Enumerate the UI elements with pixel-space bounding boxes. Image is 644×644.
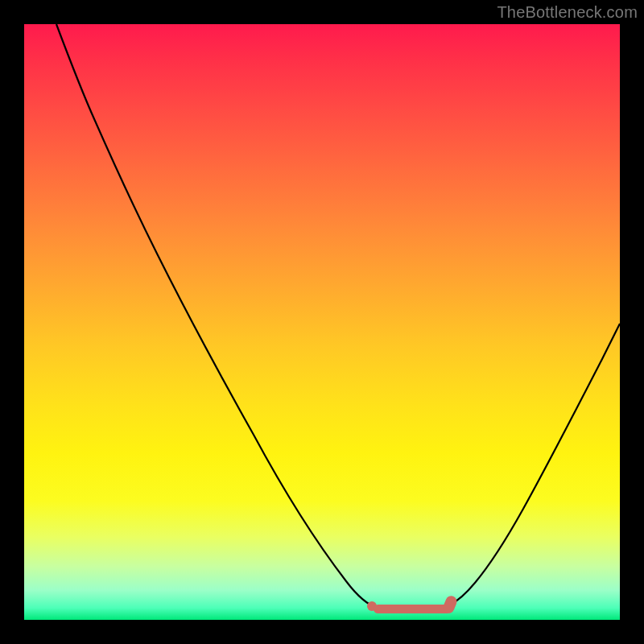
optimal-range-marker [374, 605, 451, 613]
bottleneck-curve [24, 24, 620, 620]
plot-area [24, 24, 620, 620]
chart-frame: TheBottleneck.com [0, 0, 644, 644]
watermark-text: TheBottleneck.com [497, 3, 638, 22]
